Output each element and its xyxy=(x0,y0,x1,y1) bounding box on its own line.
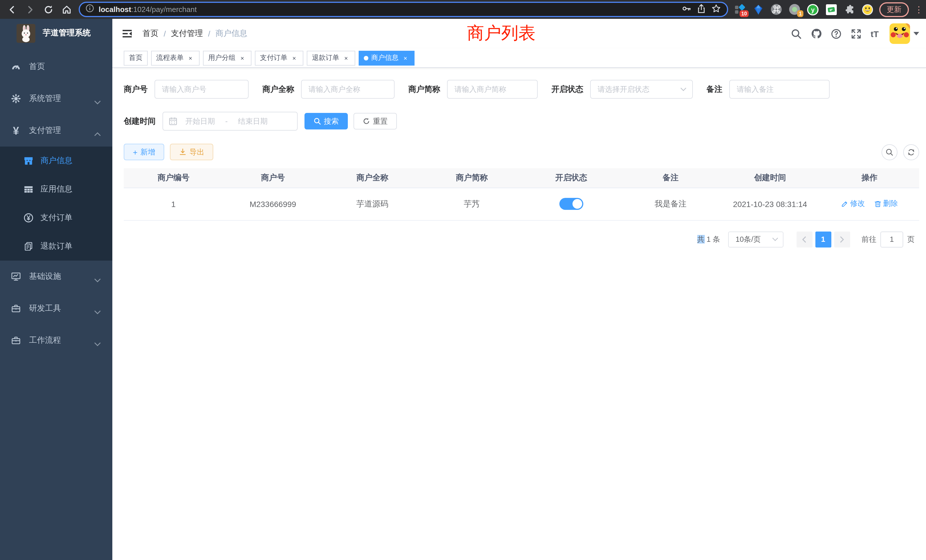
sidebar-item-pay[interactable]: ¥ 支付管理 xyxy=(0,115,112,147)
browser-update-button[interactable]: 更新 xyxy=(879,2,909,17)
breadcrumb-current: 商户信息 xyxy=(216,29,247,39)
full-name-input[interactable] xyxy=(301,80,395,98)
tab-home[interactable]: 首页 xyxy=(124,50,148,65)
close-icon[interactable]: × xyxy=(342,54,350,62)
edit-link[interactable]: 修改 xyxy=(841,199,865,209)
extension-record-icon[interactable]: 1 xyxy=(788,3,800,15)
hide-search-button[interactable] xyxy=(882,144,897,160)
chevron-left-icon xyxy=(802,236,807,243)
bookmark-star-icon[interactable] xyxy=(711,3,721,16)
reload-icon[interactable] xyxy=(42,3,55,16)
sidebar-item-label: 首页 xyxy=(29,62,45,72)
calendar-icon xyxy=(169,117,177,126)
merchant-no-input[interactable] xyxy=(154,80,249,98)
tab-user-group[interactable]: 用户分组× xyxy=(203,50,251,65)
github-icon[interactable] xyxy=(811,28,822,39)
address-bar[interactable]: localhost:1024/pay/merchant xyxy=(79,2,728,17)
sidebar-item-dev-tools[interactable]: 研发工具 xyxy=(0,292,112,324)
extension-y-label: y xyxy=(811,6,814,13)
remark-input[interactable] xyxy=(729,80,830,98)
breadcrumb-pay[interactable]: 支付管理 xyxy=(171,29,203,39)
col-full-name: 商户全称 xyxy=(323,168,422,188)
next-page-button[interactable] xyxy=(834,231,850,247)
cell-actions: 修改 删除 xyxy=(820,188,919,220)
profile-avatar-icon[interactable] xyxy=(862,3,873,15)
cell-remark: 我是备注 xyxy=(621,188,720,220)
close-icon[interactable]: × xyxy=(238,54,246,62)
extension-chat-icon[interactable] xyxy=(825,3,837,15)
date-range-picker[interactable]: - xyxy=(162,112,298,130)
create-time-label: 创建时间 xyxy=(124,116,156,126)
prev-page-button[interactable] xyxy=(796,231,812,247)
browser-menu-icon[interactable]: ⋮ xyxy=(915,8,920,11)
download-icon xyxy=(179,148,186,156)
extension-gem-icon[interactable] xyxy=(752,3,764,15)
export-button[interactable]: 导出 xyxy=(170,144,213,160)
browser-toolbar: localhost:1024/pay/merchant 10 xyxy=(0,0,926,19)
add-button[interactable]: + 新增 xyxy=(124,144,164,160)
close-icon[interactable]: × xyxy=(186,54,194,62)
page-size-value: 10条/页 xyxy=(735,234,761,244)
help-icon[interactable] xyxy=(831,28,842,39)
reset-button[interactable]: 重置 xyxy=(354,113,397,129)
forward-icon[interactable] xyxy=(24,3,36,16)
tab-refund-order[interactable]: 退款订单× xyxy=(307,50,355,65)
header-search-icon[interactable] xyxy=(791,28,802,39)
breadcrumb-home[interactable]: 首页 xyxy=(142,29,159,39)
sidebar-item-refund-order[interactable]: 退款订单 xyxy=(0,232,112,260)
cell-create-time: 2021-10-23 08:31:14 xyxy=(720,188,820,220)
end-date-input[interactable] xyxy=(232,117,274,126)
close-icon[interactable]: × xyxy=(290,54,298,62)
sidebar-item-pay-order[interactable]: 支付订单 xyxy=(0,204,112,232)
home-icon[interactable] xyxy=(61,3,73,16)
chevron-down-icon xyxy=(680,87,687,91)
sidebar-item-workflow[interactable]: 工作流程 xyxy=(0,324,112,356)
extension-command-icon[interactable] xyxy=(770,3,782,15)
col-merchant-no: 商户号 xyxy=(223,168,323,188)
share-icon[interactable] xyxy=(696,3,707,16)
logo-bunny-image xyxy=(17,24,35,42)
short-name-input[interactable] xyxy=(447,80,538,98)
sidebar-item-merchant-info[interactable]: 商户信息 xyxy=(0,147,112,175)
user-menu[interactable] xyxy=(890,23,919,44)
password-key-icon[interactable] xyxy=(681,3,691,16)
back-icon[interactable] xyxy=(6,3,18,16)
tab-pay-order[interactable]: 支付订单× xyxy=(255,50,303,65)
logo-row[interactable]: 芋道管理系统 xyxy=(0,19,112,47)
remark-label: 备注 xyxy=(707,84,722,94)
extension-yudao-icon[interactable]: y xyxy=(807,3,819,15)
sidebar-toggle-icon[interactable] xyxy=(121,27,133,40)
fullscreen-icon[interactable] xyxy=(851,28,862,39)
edit-pencil-icon xyxy=(841,200,849,207)
search-button[interactable]: 搜索 xyxy=(304,113,348,129)
extension-grid-icon[interactable]: 10 xyxy=(734,3,746,15)
chevron-down-icon xyxy=(772,237,778,241)
goto-page-input[interactable] xyxy=(881,231,903,247)
close-icon[interactable]: × xyxy=(401,54,409,62)
navbar-actions: tT xyxy=(791,23,919,44)
sidebar-item-label: 商户信息 xyxy=(41,156,73,166)
documents-icon xyxy=(23,241,34,251)
page-size-select[interactable]: 10条/页 xyxy=(728,231,784,247)
tab-merchant-info[interactable]: 商户信息× xyxy=(359,50,415,65)
chevron-right-icon xyxy=(839,236,844,243)
page-1-button[interactable]: 1 xyxy=(815,231,831,247)
status-toggle[interactable] xyxy=(559,198,583,210)
chevron-down-icon xyxy=(94,339,101,348)
merchant-table: 商户编号 商户号 商户全称 商户简称 开启状态 备注 创建时间 操作 1 xyxy=(124,168,919,220)
tab-process-form[interactable]: 流程表单× xyxy=(151,50,200,65)
font-size-icon[interactable]: tT xyxy=(871,29,879,38)
col-merchant-id: 商户编号 xyxy=(124,168,223,188)
start-date-input[interactable] xyxy=(180,117,221,126)
refresh-table-button[interactable] xyxy=(903,144,919,160)
delete-link[interactable]: 删除 xyxy=(874,199,898,209)
sidebar-item-app-info[interactable]: 应用信息 xyxy=(0,175,112,204)
sidebar-item-home[interactable]: 首页 xyxy=(0,51,112,83)
tab-label: 支付订单 xyxy=(260,53,287,63)
status-select[interactable]: 请选择开启状态 xyxy=(590,80,693,98)
short-name-label: 商户简称 xyxy=(408,84,440,94)
site-info-icon[interactable] xyxy=(86,4,94,15)
sidebar-item-system[interactable]: 系统管理 xyxy=(0,83,112,115)
sidebar-item-infrastructure[interactable]: 基础设施 xyxy=(0,260,112,292)
extensions-puzzle-icon[interactable] xyxy=(843,3,855,15)
